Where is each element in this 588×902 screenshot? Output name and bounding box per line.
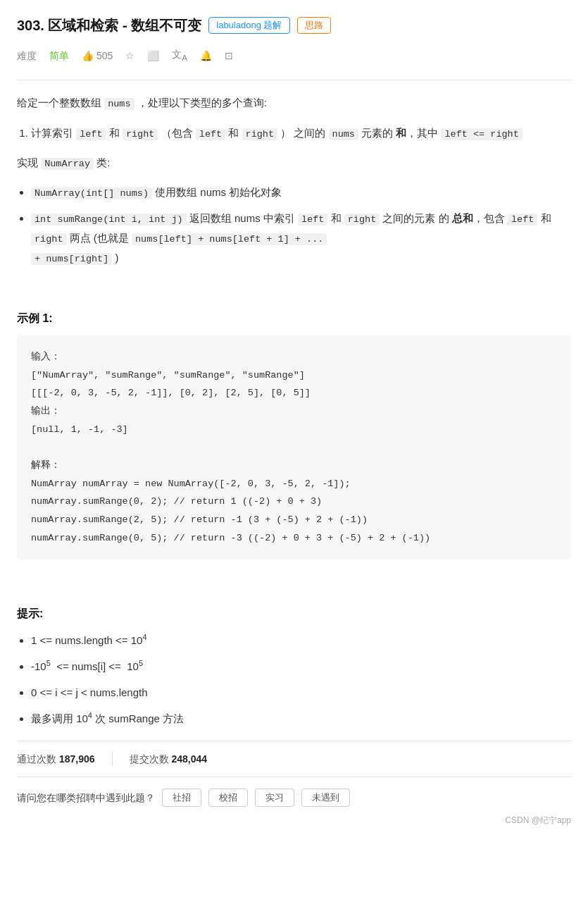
submit-label: 提交次数 — [130, 751, 169, 767]
left-ref-2: left — [508, 214, 537, 226]
recruit-btn-social[interactable]: 社招 — [162, 789, 201, 807]
star-icon: ☆ — [125, 48, 135, 63]
like-count: 505 — [96, 48, 113, 63]
formula-code: nums[left] + nums[left + 1] + ... — [132, 233, 327, 245]
hint-item-2: -105 <= nums[i] <= 105 — [31, 656, 571, 677]
like-icon: 👍 — [82, 48, 94, 63]
right-ref: right — [344, 214, 380, 226]
description-intro: 给定一个整数数组 nums ，处理以下类型的多个查询: — [17, 93, 571, 113]
left-code-1: left — [76, 128, 106, 140]
difficulty-label: 难度 — [17, 48, 37, 63]
recruit-btn-none[interactable]: 未遇到 — [301, 789, 350, 807]
explain-line3: numArray.sumRange(2, 5); // return -1 (3… — [31, 514, 368, 525]
constructor-code: NumArray(int[] nums) — [31, 187, 152, 199]
pass-label: 通过次数 — [17, 751, 56, 767]
share-button[interactable]: ⬜ — [147, 48, 159, 63]
recruit-btn-campus[interactable]: 校招 — [208, 789, 248, 807]
hints-list: 1 <= nums.length <= 104 -105 <= nums[i] … — [31, 630, 571, 729]
footer-note: CSDN @纪宁app — [17, 814, 571, 827]
constraint-code: left <= right — [441, 128, 522, 140]
labuladong-tag[interactable]: labuladong 题解 — [208, 17, 289, 34]
star-button[interactable]: ☆ — [125, 48, 135, 63]
input-label: 输入： — [31, 352, 61, 362]
numarray-code: NumArray — [41, 158, 94, 170]
input-line2: [[[-2, 0, 3, -5, 2, -1]], [0, 2], [2, 5]… — [31, 388, 311, 398]
hints-heading: 提示: — [17, 605, 571, 623]
implement-item-2: int sumRange(int i, int j) 返回数组 nums 中索引… — [31, 209, 571, 268]
explain-line1: NumArray numArray = new NumArray([-2, 0,… — [31, 478, 351, 489]
input-line1: ["NumArray", "sumRange", "sumRange", "su… — [31, 370, 305, 381]
total-sum-bold: 总和 — [452, 212, 473, 224]
stats-divider — [112, 752, 113, 766]
explain-label: 解释： — [31, 460, 61, 471]
hint-item-3: 0 <= i <= j < nums.length — [31, 683, 571, 703]
translate-icon: 文A — [172, 47, 187, 64]
stats-row: 通过次数 187,906 提交次数 248,044 — [17, 741, 571, 777]
explain-line2: numArray.sumRange(0, 2); // return 1 ((-… — [31, 496, 322, 507]
description-list: 计算索引 left 和 right （包含 left 和 right ） 之间的… — [31, 123, 571, 143]
sum-bold: 和 — [396, 127, 406, 139]
divider — [17, 80, 571, 80]
right-code-1: right — [123, 128, 158, 140]
explain-line4: numArray.sumRange(0, 5); // return -3 ((… — [31, 533, 430, 543]
page-title: 303. 区域和检索 - 数组不可变 — [17, 14, 201, 37]
example-heading: 示例 1: — [17, 309, 571, 328]
right-ref-2: right — [31, 233, 67, 245]
nums-code-2: nums — [329, 128, 358, 140]
translate-button[interactable]: 文A — [172, 47, 187, 64]
bookmark-button[interactable]: ⊡ — [225, 48, 233, 63]
title-row: 303. 区域和检索 - 数组不可变 labuladong 题解 思路 — [17, 14, 571, 37]
difficulty-value: 简单 — [49, 48, 69, 63]
sumrange-code: int sumRange(int i, int j) — [31, 214, 187, 226]
bell-icon: 🔔 — [200, 48, 212, 63]
bell-button[interactable]: 🔔 — [200, 48, 212, 63]
right-code-2: right — [242, 128, 278, 140]
like-button[interactable]: 👍 505 — [82, 48, 113, 63]
bookmark-icon: ⊡ — [225, 48, 233, 63]
recruit-btn-intern[interactable]: 实习 — [255, 789, 294, 807]
example-block: 输入： ["NumArray", "sumRange", "sumRange",… — [17, 335, 571, 560]
formula-code-2: + nums[right] — [31, 253, 112, 265]
survey-question: 请问您在哪类招聘中遇到此题？ — [17, 790, 155, 805]
share-icon: ⬜ — [147, 48, 159, 63]
output-line: [null, 1, -1, -3] — [31, 424, 128, 435]
pass-value: 187,906 — [59, 751, 95, 767]
output-label: 输出： — [31, 406, 61, 416]
nums-code: nums — [104, 98, 134, 110]
implement-list: NumArray(int[] nums) 使用数组 nums 初始化对象 int… — [31, 183, 571, 268]
submit-value: 248,044 — [171, 751, 207, 767]
solution-tag[interactable]: 思路 — [297, 17, 331, 34]
meta-row: 难度 简单 👍 505 ☆ ⬜ 文A 🔔 ⊡ — [17, 47, 571, 64]
hint-item-4: 最多调用 104 次 sumRange 方法 — [31, 708, 571, 729]
left-ref: left — [298, 214, 327, 226]
implement-item-1: NumArray(int[] nums) 使用数组 nums 初始化对象 — [31, 183, 571, 202]
implement-intro: 实现 NumArray 类: — [17, 153, 571, 173]
left-code-2: left — [196, 128, 225, 140]
survey-row: 请问您在哪类招聘中遇到此题？ 社招 校招 实习 未遇到 — [17, 789, 571, 807]
list-item-1: 计算索引 left 和 right （包含 left 和 right ） 之间的… — [31, 123, 571, 143]
hint-item-1: 1 <= nums.length <= 104 — [31, 630, 571, 651]
